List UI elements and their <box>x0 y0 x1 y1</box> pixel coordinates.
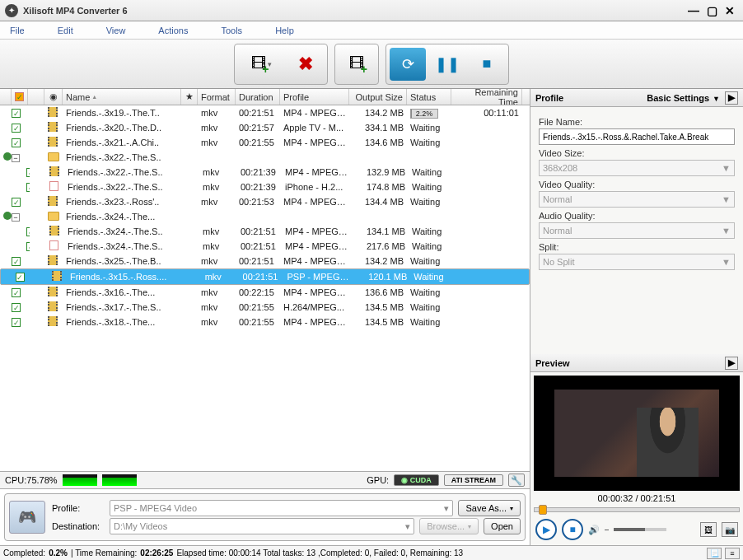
stop-button[interactable]: ■ <box>469 48 505 81</box>
row-checkbox[interactable]: ✓ <box>12 257 21 266</box>
row-name: Friends.-.3x18.-.The... <box>63 316 181 328</box>
table-row[interactable]: ✓Friends.-.3x20.-.The.D..mkv00:21:57Appl… <box>0 120 530 135</box>
row-output: 134.2 MB <box>349 255 407 267</box>
snapshot-folder-button[interactable]: 🖼 <box>700 522 717 537</box>
minimize-button[interactable]: — <box>685 4 702 17</box>
header-duration[interactable]: Duration <box>236 89 280 105</box>
save-as-button[interactable]: Save As...▾ <box>458 500 521 516</box>
table-row[interactable]: ✓Friends.-.3x17.-.The.S..mkv00:21:55H.26… <box>0 300 530 315</box>
expand-icon[interactable]: − <box>12 154 20 162</box>
status-bar: Completed: 0.2% | Time Remaining: 02:26:… <box>0 545 743 560</box>
menu-edit[interactable]: Edit <box>58 26 73 35</box>
preview-panel-header: Preview ▶ <box>530 354 743 372</box>
remove-button[interactable]: ✖ <box>287 48 324 81</box>
row-duration: 00:21:51 <box>240 271 284 282</box>
table-row[interactable]: ✓Friends.-.3x24.-.The.S..mkv00:21:51MP4 … <box>0 239 530 254</box>
collapse-toggle[interactable] <box>3 152 12 161</box>
add-file-button[interactable]: 🎞+ ▾ <box>238 48 284 81</box>
header-status[interactable]: Status <box>407 89 451 105</box>
profile-select[interactable]: PSP - MPEG4 Video▾ <box>110 500 453 516</box>
row-status: Waiting <box>409 226 453 237</box>
basic-settings-toggle[interactable]: Basic Settings▼ <box>647 93 720 103</box>
settings-button[interactable]: 🔧 <box>508 474 525 487</box>
play-button[interactable]: ▶ <box>535 519 557 540</box>
header-profile[interactable]: Profile <box>280 89 349 105</box>
header-name[interactable]: Name▲ <box>63 89 181 105</box>
table-row[interactable]: ✓Friends.-.3x22.-.The.S..mkv00:21:39MP4 … <box>0 165 530 180</box>
menu-file[interactable]: File <box>10 26 25 35</box>
videosize-select[interactable]: 368x208▼ <box>539 160 735 176</box>
volume-slider[interactable] <box>614 528 666 531</box>
header-remaining[interactable]: Remaining Time <box>451 89 522 105</box>
table-row[interactable]: −Friends.-.3x24.-.The... <box>0 209 530 224</box>
row-checkbox[interactable]: ✓ <box>16 273 25 282</box>
header-output[interactable]: Output Size <box>349 89 407 105</box>
column-headers: ✓ ◉ Name▲ ★ Format Duration Profile Outp… <box>0 89 530 105</box>
browse-button[interactable]: Browse...▾ <box>419 518 479 534</box>
header-checkall[interactable]: ✓ <box>12 89 28 105</box>
menu-view[interactable]: View <box>106 26 126 35</box>
app-logo-icon: ✦ <box>5 4 18 17</box>
row-format: mkv <box>198 137 236 148</box>
maximize-button[interactable]: ▢ <box>703 4 720 17</box>
row-checkbox[interactable]: ✓ <box>12 109 21 118</box>
destination-select[interactable]: D:\My Videos▾ <box>110 518 414 534</box>
add-profile-button[interactable]: 🎞+ <box>339 48 375 81</box>
table-row[interactable]: ✓Friends.-.3x21.-.A.Chi..mkv00:21:55MP4 … <box>0 135 530 150</box>
menu-tools[interactable]: Tools <box>221 26 242 35</box>
row-checkbox[interactable]: ✓ <box>12 138 21 147</box>
row-output: 334.1 MB <box>349 122 407 133</box>
close-button[interactable]: ✕ <box>722 4 738 17</box>
row-output: 134.1 MB <box>351 226 409 237</box>
file-list: ✓Friends.-.3x19.-.The.T..mkv00:21:51MP4 … <box>0 105 530 471</box>
audioquality-select[interactable]: Normal▼ <box>539 222 735 239</box>
header-type-icon[interactable]: ◉ <box>44 89 63 105</box>
preview-collapse-button[interactable]: ▶ <box>725 357 738 370</box>
row-checkbox[interactable]: ✓ <box>12 198 21 207</box>
row-format: mkv <box>202 271 240 282</box>
split-select[interactable]: No Split▼ <box>539 254 735 270</box>
snapshot-button[interactable]: 📷 <box>722 522 738 537</box>
row-profile: MP4 - MPEG-... <box>280 107 349 119</box>
table-row[interactable]: −Friends.-.3x22.-.The.S.. <box>0 150 530 165</box>
row-output: 136.6 MB <box>349 287 407 298</box>
gpu-label: GPU: <box>367 475 389 485</box>
header-star[interactable]: ★ <box>181 89 198 105</box>
seek-bar[interactable] <box>534 507 740 512</box>
list-button[interactable]: ≡ <box>725 548 740 559</box>
row-profile: PSP - MPEG4... <box>284 271 353 282</box>
table-row[interactable]: ✓Friends.-.3x16.-.The...mkv00:22:15MP4 -… <box>0 285 530 300</box>
header-format[interactable]: Format <box>198 89 236 105</box>
table-row[interactable]: ✓Friends.-.3x24.-.The.S..mkv00:21:51MP4 … <box>0 224 530 239</box>
menu-help[interactable]: Help <box>275 26 294 35</box>
film-icon <box>44 106 63 119</box>
row-checkbox[interactable]: ✓ <box>12 318 21 327</box>
expand-icon[interactable]: − <box>12 213 20 222</box>
convert-button[interactable]: ⟳ <box>390 48 426 81</box>
filename-input[interactable] <box>539 128 735 145</box>
menu-actions[interactable]: Actions <box>158 26 188 35</box>
table-row[interactable]: ✓Friends.-.3x18.-.The...mkv00:21:55MP4 -… <box>0 315 530 329</box>
row-name: Friends.-.3x15.-.Ross.... <box>67 271 185 282</box>
row-checkbox[interactable]: ✓ <box>12 303 21 312</box>
row-checkbox[interactable]: ✓ <box>12 124 21 133</box>
preview-video[interactable] <box>534 376 740 491</box>
table-row[interactable]: ✓Friends.-.3x15.-.Ross....mkv00:21:51PSP… <box>0 268 530 285</box>
stop-preview-button[interactable]: ■ <box>562 519 583 540</box>
table-row[interactable]: ✓Friends.-.3x19.-.The.T..mkv00:21:51MP4 … <box>0 105 530 120</box>
profile-collapse-button[interactable]: ▶ <box>725 91 738 105</box>
row-checkbox[interactable]: ✓ <box>12 288 21 297</box>
table-row[interactable]: ✓Friends.-.3x22.-.The.S..mkv00:21:39iPho… <box>0 180 530 194</box>
table-row[interactable]: ✓Friends.-.3x25.-.The.B..mkv00:21:51MP4 … <box>0 254 530 268</box>
videoquality-select[interactable]: Normal▼ <box>539 191 735 208</box>
open-button[interactable]: Open <box>484 518 521 534</box>
collapse-toggle[interactable] <box>3 212 12 220</box>
cpu-gpu-bar: CPU:75.78% GPU: ◉ CUDA ATI STREAM 🔧 <box>0 471 530 489</box>
output-settings: 🎮 Profile: PSP - MPEG4 Video▾ Save As...… <box>4 493 526 541</box>
film-icon <box>44 121 63 134</box>
pause-button[interactable]: ❚❚ <box>429 48 465 81</box>
volume-icon[interactable]: 🔊 <box>588 525 600 535</box>
table-row[interactable]: ✓Friends.-.3x23.-.Ross'..mkv00:21:53MP4 … <box>0 194 530 209</box>
row-remaining <box>453 171 524 173</box>
log-button[interactable]: 📃 <box>707 548 722 559</box>
